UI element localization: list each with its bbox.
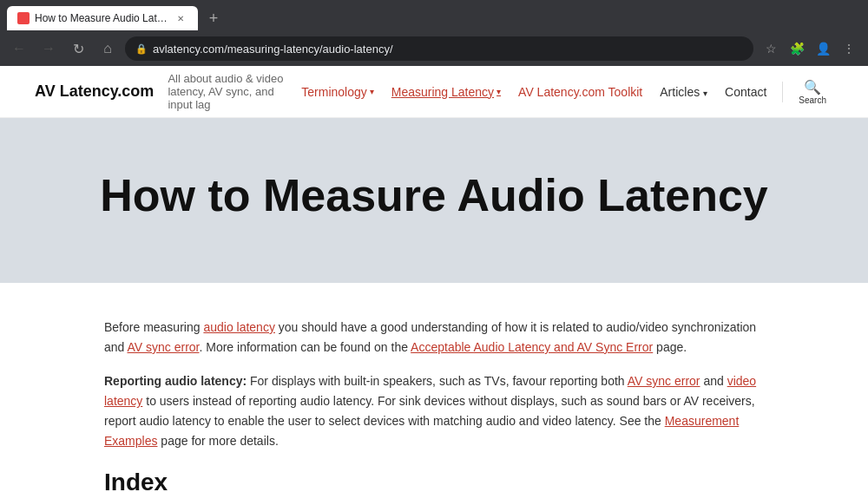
intro-paragraph: Before measuring audio latency you shoul… bbox=[104, 318, 764, 358]
av-sync-error-link-1[interactable]: AV sync error bbox=[127, 340, 199, 354]
menu-button[interactable]: ⋮ bbox=[837, 36, 861, 61]
forward-button[interactable]: → bbox=[36, 36, 61, 61]
nav-terminology[interactable]: Terminology ▾ bbox=[294, 80, 380, 104]
nav-articles-label: Articles bbox=[660, 85, 700, 99]
nav-measuring-latency-label: Measuring Latency bbox=[391, 85, 494, 99]
extension-puzzle-button[interactable]: 🧩 bbox=[785, 36, 809, 61]
intro-text-4: page. bbox=[653, 340, 687, 354]
browser-chrome: How to Measure Audio Latency ✕ + ← → ↻ ⌂… bbox=[0, 0, 868, 66]
home-button[interactable]: ⌂ bbox=[95, 36, 120, 61]
back-button[interactable]: ← bbox=[7, 36, 31, 61]
search-button[interactable]: 🔍 Search bbox=[792, 75, 833, 108]
intro-text-1: Before measuring bbox=[104, 320, 203, 334]
index-heading: Index bbox=[104, 469, 764, 492]
reporting-paragraph: Reporting audio latency: For displays wi… bbox=[104, 371, 764, 451]
reload-button[interactable]: ↻ bbox=[66, 36, 90, 61]
site-tagline: All about audio & video latency, AV sync… bbox=[168, 72, 294, 111]
reporting-text-2: and bbox=[700, 374, 727, 388]
search-icon: 🔍 bbox=[804, 79, 821, 95]
terminology-chevron-icon: ▾ bbox=[370, 87, 374, 96]
audio-latency-link[interactable]: audio latency bbox=[203, 320, 275, 334]
nav-divider bbox=[782, 82, 783, 102]
bookmark-star-button[interactable]: ☆ bbox=[759, 36, 783, 61]
reporting-text-4: page for more details. bbox=[157, 434, 278, 448]
reporting-text-3: to users instead of reporting audio late… bbox=[104, 394, 755, 428]
intro-text-3: . More information can be found on the bbox=[199, 340, 411, 354]
tab-title: How to Measure Audio Latency bbox=[35, 12, 168, 24]
lock-icon: 🔒 bbox=[135, 43, 148, 55]
hero-section: How to Measure Audio Latency bbox=[0, 118, 868, 283]
address-bar[interactable]: 🔒 avlatency.com/measuring-latency/audio-… bbox=[125, 36, 753, 61]
nav-measuring-latency[interactable]: Measuring Latency ▾ bbox=[385, 80, 508, 104]
page-wrapper: AV Latency.com All about audio & video l… bbox=[0, 66, 868, 492]
nav-av-toolkit[interactable]: AV Latency.com Toolkit bbox=[511, 80, 649, 104]
articles-chevron-icon: ▾ bbox=[703, 89, 707, 98]
browser-toolbar: ← → ↻ ⌂ 🔒 avlatency.com/measuring-latenc… bbox=[0, 31, 868, 66]
site-nav: AV Latency.com All about audio & video l… bbox=[0, 66, 868, 118]
nav-terminology-label: Terminology bbox=[301, 85, 366, 99]
nav-contact[interactable]: Contact bbox=[718, 80, 773, 104]
measuring-latency-chevron-icon: ▾ bbox=[496, 87, 501, 96]
new-tab-button[interactable]: + bbox=[201, 6, 226, 30]
browser-tab[interactable]: How to Measure Audio Latency ✕ bbox=[7, 6, 198, 30]
search-label: Search bbox=[799, 95, 826, 105]
acceptable-latency-link[interactable]: Acceptable Audio Latency and AV Sync Err… bbox=[411, 340, 653, 354]
main-content: Before measuring audio latency you shoul… bbox=[87, 283, 781, 492]
reporting-text-1: For displays with built-in speakers, suc… bbox=[247, 374, 628, 388]
url-text: avlatency.com/measuring-latency/audio-la… bbox=[153, 43, 743, 56]
tab-close-button[interactable]: ✕ bbox=[174, 11, 187, 25]
nav-links: Terminology ▾ Measuring Latency ▾ AV Lat… bbox=[294, 75, 833, 108]
page-title: How to Measure Audio Latency bbox=[35, 170, 833, 222]
tab-favicon bbox=[17, 12, 30, 24]
site-logo[interactable]: AV Latency.com bbox=[35, 82, 154, 101]
browser-titlebar: How to Measure Audio Latency ✕ + bbox=[0, 0, 868, 31]
toolbar-actions: ☆ 🧩 👤 ⋮ bbox=[759, 36, 861, 61]
reporting-label: Reporting audio latency: bbox=[104, 374, 247, 388]
nav-articles[interactable]: Articles ▾ bbox=[653, 80, 714, 104]
nav-contact-label: Contact bbox=[725, 85, 766, 99]
nav-av-toolkit-label: AV Latency.com Toolkit bbox=[518, 85, 642, 99]
av-sync-error-link-2[interactable]: AV sync error bbox=[628, 374, 700, 388]
profile-button[interactable]: 👤 bbox=[811, 36, 835, 61]
index-section: Index Measuring HDMI Audio Latency Measu… bbox=[104, 469, 764, 492]
